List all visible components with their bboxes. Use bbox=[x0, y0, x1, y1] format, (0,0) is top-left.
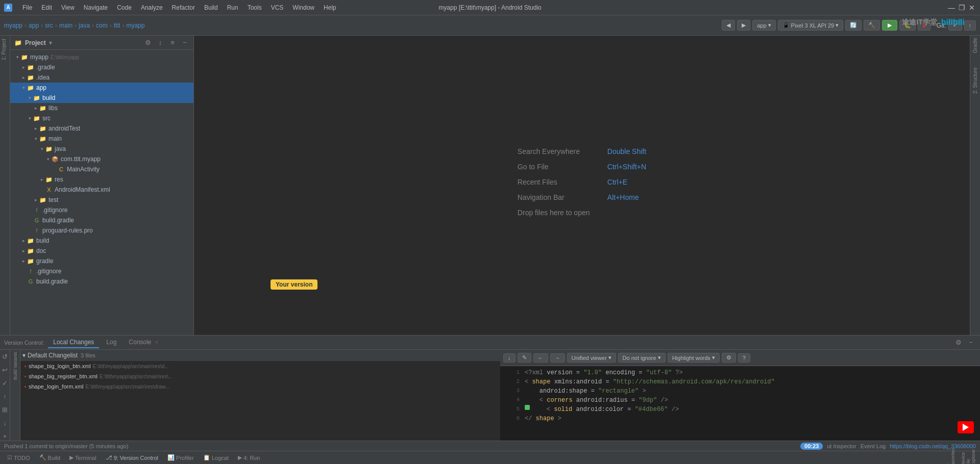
menu-file[interactable]: File bbox=[18, 3, 36, 12]
diff-help-button[interactable]: ? bbox=[738, 353, 750, 363]
vc-rollback-button[interactable]: ↩ bbox=[1, 365, 10, 374]
tree-item-mainactivity[interactable]: C MainActivity bbox=[10, 164, 193, 174]
tree-item-buildgradle-root[interactable]: G build.gradle bbox=[10, 276, 193, 287]
build-variants-strip[interactable]: Build Variants bbox=[13, 352, 18, 380]
csdn-url[interactable]: https://blog.csdn.net/qq_33608000 bbox=[890, 443, 976, 449]
breadcrumb-java[interactable]: java bbox=[79, 22, 90, 29]
menu-analyze[interactable]: Analyze bbox=[137, 3, 167, 12]
tree-item-main[interactable]: ▾ 📁 main bbox=[10, 134, 193, 144]
breadcrumb-myapp[interactable]: myapp bbox=[4, 22, 22, 29]
tab-log[interactable]: Log bbox=[101, 337, 121, 348]
inspector-label[interactable]: ut Inspector bbox=[827, 443, 856, 449]
event-log-label[interactable]: Event Log bbox=[861, 443, 886, 449]
project-strip-tab[interactable]: 1: Project bbox=[0, 36, 10, 63]
git-commit-button[interactable]: ↑ bbox=[964, 20, 976, 31]
profiler-button[interactable]: 📊 Profiler bbox=[164, 454, 197, 461]
changelist-header[interactable]: ▾ Default Changelist 3 files bbox=[20, 350, 500, 361]
breadcrumb-main[interactable]: main bbox=[59, 22, 72, 29]
build-button[interactable]: 🔨 Build bbox=[36, 454, 63, 461]
tab-console[interactable]: Console × bbox=[124, 337, 163, 348]
build-button[interactable]: 🔨 bbox=[864, 20, 880, 31]
panel-dropdown-icon[interactable]: ▾ bbox=[49, 39, 52, 46]
tree-item-app[interactable]: ▾ 📁 app bbox=[10, 83, 193, 93]
diff-nav-down[interactable]: ↓ bbox=[503, 353, 516, 363]
breadcrumb-ttit[interactable]: ttit bbox=[114, 22, 120, 29]
tree-item-proguard[interactable]: f proguard-rules.pro bbox=[10, 225, 193, 236]
tree-item-gradle-root[interactable]: ▸ 📁 gradle bbox=[10, 256, 193, 266]
highlight-selector[interactable]: Highlight words ▾ bbox=[668, 353, 720, 363]
panel-gear-button[interactable]: ≡ bbox=[168, 38, 177, 47]
run-taskbar-button[interactable]: ▶ 4: Run bbox=[235, 454, 263, 461]
welcome-shortcut[interactable]: Ctrl+Shift+N bbox=[607, 163, 646, 171]
breadcrumb-myapp2[interactable]: myapp bbox=[126, 22, 144, 29]
unified-viewer-selector[interactable]: Unified viewer ▾ bbox=[567, 353, 616, 363]
bottom-minimize-button[interactable]: − bbox=[966, 338, 976, 348]
menu-run[interactable]: Run bbox=[223, 3, 242, 12]
tree-item-src[interactable]: ▾ 📁 src bbox=[10, 113, 193, 123]
console-close[interactable]: × bbox=[155, 339, 158, 345]
welcome-shortcut[interactable]: Ctrl+E bbox=[607, 178, 627, 186]
menu-edit[interactable]: Edit bbox=[37, 3, 56, 12]
device-file-strip[interactable]: Device File Explorer bbox=[961, 449, 976, 464]
menu-navigate[interactable]: Navigate bbox=[80, 3, 112, 12]
tree-item-test[interactable]: ▸ 📁 test bbox=[10, 195, 193, 205]
structure-strip-tab[interactable]: 2: Structure bbox=[972, 67, 978, 94]
tree-item-comttit[interactable]: ▾ 📦 com.ttit.myapp bbox=[10, 154, 193, 164]
tree-item-gitignore-root[interactable]: f .gitignore bbox=[10, 266, 193, 276]
menu-build[interactable]: Build bbox=[200, 3, 222, 12]
tab-local-changes[interactable]: Local Changes bbox=[48, 337, 99, 348]
tree-item-java[interactable]: ▾ 📁 java bbox=[10, 144, 193, 154]
menu-window[interactable]: Window bbox=[288, 3, 318, 12]
gradle-strip-tab[interactable]: Gradle bbox=[972, 38, 978, 53]
nav-forward-button[interactable]: ▶ bbox=[737, 20, 750, 31]
tree-item-res[interactable]: ▸ 📁 res bbox=[10, 174, 193, 185]
menu-tools[interactable]: Tools bbox=[243, 3, 266, 12]
vc-expand-button[interactable]: ⊞ bbox=[1, 405, 10, 414]
menu-vcs[interactable]: VCS bbox=[267, 3, 288, 12]
breadcrumb-src[interactable]: src bbox=[45, 22, 53, 29]
menu-view[interactable]: View bbox=[57, 3, 79, 12]
version-control-button[interactable]: ⎇ 9: Version Control bbox=[103, 454, 161, 461]
panel-sync-button[interactable]: ↕ bbox=[156, 38, 165, 47]
diff-nav-left[interactable]: ← bbox=[533, 353, 548, 363]
tree-item-myapp[interactable]: ▾ 📁 myapp E:\ttit\myapp bbox=[10, 52, 193, 62]
welcome-shortcut[interactable]: Alt+Home bbox=[607, 193, 639, 201]
panel-close-button[interactable]: − bbox=[180, 38, 189, 47]
diff-nav-right[interactable]: → bbox=[550, 353, 565, 363]
device-selector[interactable]: 📱 Pixel 3 XL API 29 ▾ bbox=[778, 20, 844, 31]
sync-button[interactable]: 🔄 bbox=[845, 20, 862, 31]
vc-file-item-1[interactable]: ▪ shape_big_login_btn.xml E:\ttit\myapp\… bbox=[20, 361, 500, 371]
maximize-button[interactable]: ❐ bbox=[958, 4, 966, 12]
menu-help[interactable]: Help bbox=[320, 3, 340, 12]
tree-item-libs[interactable]: ▸ 📁 libs bbox=[10, 103, 193, 113]
menu-code[interactable]: Code bbox=[113, 3, 136, 12]
tree-item-gitignore-app[interactable]: f .gitignore bbox=[10, 205, 193, 215]
bottom-settings-button[interactable]: ⚙ bbox=[953, 338, 964, 348]
vc-download-button[interactable]: ↓ bbox=[1, 418, 10, 427]
run-button[interactable]: ▶ bbox=[882, 20, 897, 31]
todo-button[interactable]: ☑ TODO bbox=[4, 454, 33, 461]
vc-add-button[interactable]: + bbox=[1, 431, 10, 441]
tree-item-manifest[interactable]: X AndroidManifest.xml bbox=[10, 185, 193, 195]
minimize-button[interactable]: — bbox=[947, 4, 955, 12]
tree-item-buildgradle-app[interactable]: G build.gradle bbox=[10, 215, 193, 225]
logcat-button[interactable]: 📋 Logcat bbox=[200, 454, 232, 461]
vc-file-item-3[interactable]: ▪ shape_login_form.xml E:\ttit\myapp\app… bbox=[20, 381, 500, 392]
close-button[interactable]: ✕ bbox=[968, 4, 976, 12]
favorites-strip[interactable]: 2: Favorites bbox=[945, 448, 955, 464]
menu-refactor[interactable]: Refactor bbox=[168, 3, 199, 12]
tree-item-androidtest[interactable]: ▸ 📁 androidTest bbox=[10, 123, 193, 134]
run-config-selector[interactable]: app ▾ bbox=[752, 20, 775, 31]
vc-push-button[interactable]: ↑ bbox=[1, 392, 10, 401]
diff-nav-edit[interactable]: ✎ bbox=[518, 353, 531, 363]
youtube-icon[interactable] bbox=[958, 421, 974, 433]
breadcrumb-app[interactable]: app bbox=[29, 22, 39, 29]
tree-item-build-root[interactable]: ▸ 📁 build bbox=[10, 236, 193, 246]
breadcrumb-com[interactable]: com bbox=[96, 22, 108, 29]
terminal-button[interactable]: ▶ Terminal bbox=[66, 454, 100, 461]
welcome-shortcut[interactable]: Double Shift bbox=[607, 147, 646, 156]
tree-item-doc[interactable]: ▸ 📁 doc bbox=[10, 246, 193, 256]
vc-refresh-button[interactable]: ↺ bbox=[1, 352, 10, 361]
tree-item-gradle[interactable]: ▸ 📁 .gradle bbox=[10, 62, 193, 72]
vc-commit-button[interactable]: ✓ bbox=[1, 378, 10, 388]
